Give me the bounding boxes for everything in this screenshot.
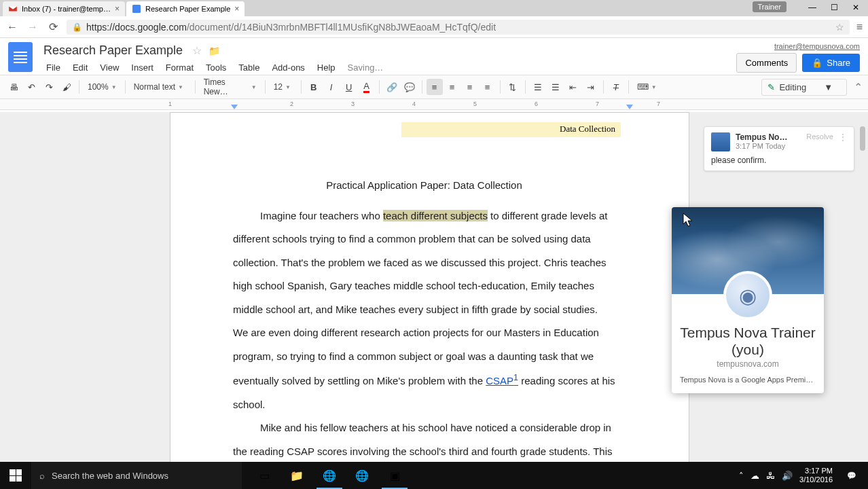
hovercard-domain: tempusnova.com — [680, 359, 816, 369]
account-email[interactable]: trainer@tempusnova.com — [774, 42, 860, 50]
menu-tools[interactable]: Tools — [200, 60, 232, 75]
zoom-select[interactable]: 100%▼ — [84, 79, 121, 95]
docs-home-button[interactable] — [8, 42, 33, 72]
close-icon[interactable]: × — [234, 4, 239, 14]
onedrive-icon[interactable]: ☁ — [751, 471, 759, 481]
lock-icon: 🔒 — [72, 22, 82, 32]
menu-table[interactable]: Table — [233, 60, 265, 75]
taskbar-search[interactable]: ⌕ Search the web and Windows — [31, 462, 242, 489]
page-header[interactable]: Data Collection — [401, 122, 621, 137]
browser-tab-inbox[interactable]: Inbox (7) - trainer@temp… × — [3, 1, 125, 16]
star-icon[interactable]: ☆ — [192, 44, 202, 57]
start-button[interactable] — [0, 462, 31, 489]
italic-button[interactable]: I — [323, 79, 340, 95]
menu-bar: File Edit View Insert Format Tools Table… — [41, 60, 736, 75]
outdent-button[interactable]: ⇤ — [565, 79, 581, 95]
url-field[interactable]: 🔒 https://docs.google.com/document/d/14B… — [67, 20, 850, 35]
paragraph[interactable]: Imagine four teachers who teach differen… — [233, 204, 615, 417]
scrollbar[interactable] — [860, 126, 865, 462]
collapse-toolbar-button[interactable]: ⌃ — [854, 81, 863, 94]
input-tools-button[interactable]: ⌨▼ — [633, 79, 661, 95]
browser-tab-docs[interactable]: Research Paper Example × — [126, 1, 245, 16]
link-button[interactable]: 🔗 — [384, 79, 400, 95]
volume-icon[interactable]: 🔊 — [782, 471, 793, 481]
close-button[interactable]: ✕ — [846, 1, 865, 14]
indent-marker-right[interactable] — [626, 105, 633, 109]
scrollbar-thumb[interactable] — [860, 126, 865, 151]
network-icon[interactable]: 🖧 — [766, 471, 775, 481]
avatar — [711, 132, 730, 151]
menu-insert[interactable]: Insert — [126, 60, 159, 75]
align-center-button[interactable]: ≡ — [444, 79, 460, 95]
csap-link[interactable]: CSAP1 — [486, 375, 518, 386]
windows-icon — [10, 469, 22, 482]
indent-button[interactable]: ⇥ — [583, 79, 599, 95]
redo-button[interactable]: ↷ — [41, 79, 57, 95]
comment-menu-icon[interactable]: ⋮ — [839, 132, 847, 142]
menu-format[interactable]: Format — [160, 60, 199, 75]
file-explorer-icon[interactable]: 📁 — [281, 462, 312, 489]
highlighted-text[interactable]: teach different subjects — [383, 210, 488, 221]
menu-file[interactable]: File — [41, 60, 66, 75]
underline-button[interactable]: U — [341, 79, 357, 95]
docs-icon — [132, 4, 141, 14]
ruler[interactable]: 1 2 3 4 5 6 7 7 — [0, 99, 868, 110]
profile-badge[interactable]: Trainer — [753, 1, 786, 12]
paragraph[interactable]: Mike and his fellow teachers at his scho… — [233, 416, 615, 462]
search-icon: ⌕ — [39, 471, 45, 481]
back-button[interactable]: ← — [5, 20, 19, 34]
align-justify-button[interactable]: ≡ — [480, 79, 496, 95]
comments-button[interactable]: Comments — [736, 53, 797, 73]
numbered-list-button[interactable]: ☰ — [530, 79, 546, 95]
tray-expand-icon[interactable]: ˄ — [739, 471, 744, 481]
address-bar: ← → ⟳ 🔒 https://docs.google.com/document… — [0, 16, 868, 38]
url-text: https://docs.google.com/document/d/14Biu… — [86, 22, 496, 33]
align-left-button[interactable]: ≡ — [427, 79, 443, 95]
style-select[interactable]: Normal text▼ — [130, 79, 191, 95]
indent-marker-left[interactable] — [231, 105, 238, 109]
comment-thread[interactable]: Tempus Nova … 3:17 PM Today Resolve ⋮ pl… — [704, 126, 854, 171]
print-button[interactable]: 🖶 — [5, 79, 22, 95]
document-body[interactable]: Practical Application Paper: Data Collec… — [233, 174, 615, 462]
text-color-button[interactable]: A — [359, 79, 375, 95]
chrome-canary-icon[interactable]: 🌐 — [346, 462, 378, 489]
document-title[interactable]: Research Paper Example — [41, 42, 185, 59]
reload-button[interactable]: ⟳ — [46, 20, 60, 34]
document-heading[interactable]: Practical Application Paper: Data Collec… — [233, 174, 615, 198]
forward-button[interactable]: → — [26, 20, 39, 34]
system-tray: ˄ ☁ 🖧 🔊 3:17 PM 3/10/2016 💬 — [739, 462, 868, 489]
editing-mode-select[interactable]: ✎ Editing ▼ — [761, 79, 847, 96]
share-button[interactable]: 🔒 Share — [802, 54, 860, 72]
minimize-button[interactable]: — — [803, 1, 822, 14]
camtasia-icon[interactable]: ▣ — [379, 462, 410, 489]
bookmark-star-icon[interactable]: ☆ — [835, 22, 844, 33]
folder-icon[interactable]: 📁 — [209, 46, 220, 56]
bulleted-list-button[interactable]: ☰ — [547, 79, 564, 95]
align-right-button[interactable]: ≡ — [462, 79, 478, 95]
tab-label: Research Paper Example — [145, 5, 230, 13]
task-view-button[interactable]: ▭ — [249, 462, 280, 489]
font-size-select[interactable]: 12▼ — [270, 79, 297, 95]
menu-edit[interactable]: Edit — [67, 60, 93, 75]
window-controls: — ☐ ✕ — [803, 1, 865, 14]
undo-button[interactable]: ↶ — [23, 79, 39, 95]
line-spacing-button[interactable]: ⇅ — [505, 79, 521, 95]
chrome-icon[interactable]: 🌐 — [314, 462, 345, 489]
bold-button[interactable]: B — [306, 79, 322, 95]
maximize-button[interactable]: ☐ — [825, 1, 844, 14]
font-select[interactable]: Times New…▼ — [200, 79, 261, 95]
clock[interactable]: 3:17 PM 3/10/2016 — [799, 467, 833, 484]
resolve-button[interactable]: Resolve — [806, 132, 833, 141]
tab-label: Inbox (7) - trainer@temp… — [22, 5, 111, 13]
menu-addons[interactable]: Add-ons — [266, 60, 310, 75]
close-icon[interactable]: × — [115, 4, 120, 14]
mouse-cursor — [682, 212, 695, 228]
notifications-button[interactable]: 💬 — [839, 462, 864, 489]
menu-view[interactable]: View — [94, 60, 124, 75]
comment-button[interactable]: 💬 — [401, 79, 418, 95]
browser-menu-button[interactable]: ≡ — [856, 21, 863, 33]
paint-format-button[interactable]: 🖌 — [58, 79, 75, 95]
menu-help[interactable]: Help — [312, 60, 341, 75]
clear-formatting-button[interactable]: T̶ — [608, 79, 624, 95]
document-page[interactable]: Data Collection Practical Application Pa… — [170, 112, 689, 462]
